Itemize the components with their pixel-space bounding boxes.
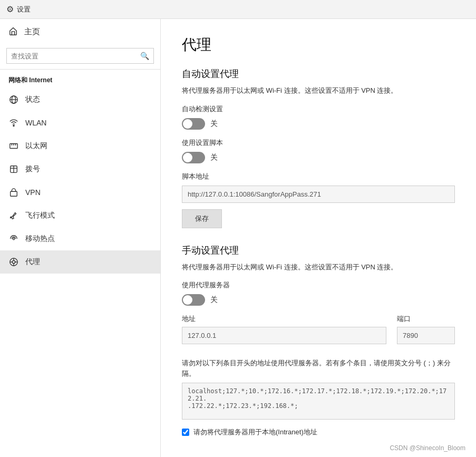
use-proxy-toggle-row: 关 [182, 294, 455, 306]
auto-detect-toggle-row: 关 [182, 118, 455, 130]
ethernet-icon [8, 141, 19, 151]
svg-rect-11 [11, 191, 17, 196]
sidebar-home-label: 主页 [24, 27, 40, 37]
sidebar-item-airplane-label: 飞行模式 [25, 211, 55, 220]
proxy-icon [8, 257, 19, 267]
page-title: 代理 [182, 35, 455, 55]
use-proxy-toggle-label: 关 [210, 295, 218, 305]
search-button[interactable]: 🔍 [136, 48, 153, 63]
sidebar-item-vpn[interactable]: VPN [0, 181, 160, 204]
vpn-icon [8, 187, 19, 198]
sidebar-home[interactable]: 主页 [0, 19, 160, 45]
sidebar-item-dialup[interactable]: 拨号 [0, 158, 160, 181]
wlan-icon [8, 118, 19, 128]
svg-point-14 [12, 260, 15, 263]
auto-section-title: 自动设置代理 [182, 67, 455, 80]
sidebar-item-status-label: 状态 [25, 95, 40, 104]
svg-point-3 [13, 125, 14, 126]
intranet-checkbox[interactable] [182, 429, 189, 436]
search-input[interactable] [7, 49, 136, 63]
svg-point-12 [13, 238, 15, 240]
status-icon [8, 94, 19, 105]
intranet-checkbox-label: 请勿将代理服务器用于本地(Intranet)地址 [193, 427, 317, 437]
settings-icon: ⚙ [6, 4, 14, 14]
sidebar-search-box: 🔍 [0, 45, 160, 70]
port-input[interactable] [397, 327, 455, 344]
sidebar-item-ethernet-label: 以太网 [25, 141, 47, 151]
auto-detect-toggle[interactable] [182, 118, 205, 130]
sidebar-item-proxy-label: 代理 [25, 257, 40, 267]
address-group: 地址 [182, 314, 386, 344]
content-area: 代理 自动设置代理 将代理服务器用于以太网或 Wi-Fi 连接。这些设置不适用于… [161, 19, 476, 457]
home-icon [8, 26, 18, 37]
manual-section-title: 手动设置代理 [182, 244, 455, 257]
script-address-input[interactable] [182, 186, 455, 203]
address-input[interactable] [182, 327, 386, 344]
auto-detect-label: 自动检测设置 [182, 104, 455, 114]
sidebar-item-hotspot[interactable]: 移动热点 [0, 227, 160, 250]
use-proxy-label: 使用代理服务器 [182, 280, 455, 290]
sidebar: 主页 🔍 网络和 Internet 状态 [0, 19, 161, 457]
sidebar-item-wlan-label: WLAN [25, 119, 46, 127]
use-script-toggle[interactable] [182, 152, 205, 163]
sidebar-item-wlan[interactable]: WLAN [0, 111, 160, 134]
port-group: 端口 [397, 314, 455, 344]
sidebar-search-container: 🔍 [6, 48, 154, 64]
use-script-toggle-label: 关 [210, 153, 218, 162]
addr-port-row: 地址 端口 [182, 314, 455, 344]
intranet-checkbox-row: 请勿将代理服务器用于本地(Intranet)地址 [182, 427, 455, 437]
title-bar: ⚙ 设置 [0, 0, 476, 19]
address-label: 地址 [182, 314, 386, 324]
script-address-label: 脚本地址 [182, 172, 455, 181]
sidebar-item-hotspot-label: 移动热点 [25, 234, 55, 244]
hotspot-icon [8, 234, 19, 244]
save-button[interactable]: 保存 [182, 209, 222, 228]
main-layout: 主页 🔍 网络和 Internet 状态 [0, 19, 476, 457]
footer-brand: CSDN @ShinecoIn_Bloom [390, 444, 465, 452]
dialup-icon [8, 164, 19, 174]
sidebar-item-ethernet[interactable]: 以太网 [0, 134, 160, 158]
exclusion-note: 请勿对以下列条目开头的地址使用代理服务器。若有多个条目，请使用英文分号 (；) … [182, 358, 455, 378]
sidebar-item-dialup-label: 拨号 [25, 164, 40, 174]
use-script-label: 使用设置脚本 [182, 138, 455, 148]
use-proxy-toggle[interactable] [182, 294, 205, 306]
port-label: 端口 [397, 314, 455, 324]
sidebar-item-airplane[interactable]: 飞行模式 [0, 204, 160, 227]
auto-detect-toggle-label: 关 [210, 119, 218, 129]
sidebar-section-title: 网络和 Internet [0, 70, 160, 88]
use-script-toggle-row: 关 [182, 152, 455, 163]
sidebar-item-status[interactable]: 状态 [0, 88, 160, 111]
sidebar-item-vpn-label: VPN [25, 188, 41, 197]
auto-section-desc: 将代理服务器用于以太网或 Wi-Fi 连接。这些设置不适用于 VPN 连接。 [182, 85, 455, 96]
airplane-icon [8, 210, 19, 221]
exclusion-textarea[interactable]: localhost;127.*;10.*;172.16.*;172.17.*;1… [182, 383, 455, 420]
title-bar-label: 设置 [17, 5, 31, 14]
manual-section-desc: 将代理服务器用于以太网或 Wi-Fi 连接。这些设置不适用于 VPN 连接。 [182, 262, 455, 273]
sidebar-item-proxy[interactable]: 代理 [0, 250, 160, 274]
